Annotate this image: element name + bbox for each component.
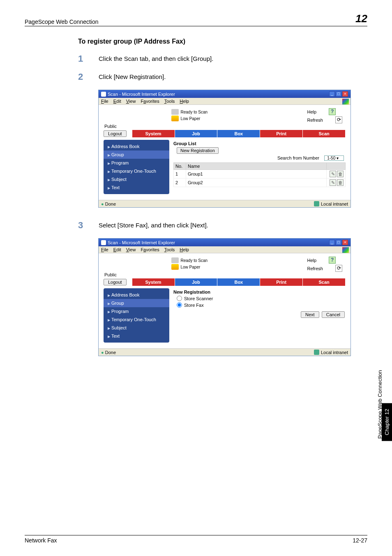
intranet-icon xyxy=(314,201,319,206)
printer-icon xyxy=(171,109,179,115)
sidebar-item-temporary-one-touch[interactable]: Temporary One-Touch xyxy=(104,167,169,175)
ie-title-text: Scan - Microsoft Internet Explorer xyxy=(108,240,175,245)
ie-icon xyxy=(101,92,106,97)
group-table: No. Name 1 Group1 ✎🗑 2 Gro xyxy=(173,162,346,187)
header-right: 12 xyxy=(355,12,367,25)
help-link[interactable]: Help xyxy=(307,258,316,263)
public-label: Public xyxy=(99,272,350,278)
step-3: 3 Select [Store Fax], and then click [Ne… xyxy=(78,220,347,231)
sidebar-item-subject[interactable]: Subject xyxy=(104,175,169,183)
public-label: Public xyxy=(99,124,350,130)
sidebar-item-program[interactable]: Program xyxy=(104,307,169,315)
sidebar-item-group[interactable]: Group xyxy=(104,151,169,159)
tab-system[interactable]: System xyxy=(132,130,175,137)
menu-tools[interactable]: Tools xyxy=(164,247,175,252)
search-range-select[interactable]: 1-50 ▾ xyxy=(324,155,344,161)
help-icon[interactable]: ? xyxy=(329,257,336,264)
menu-favorites[interactable]: Favorites xyxy=(141,247,159,252)
table-row: 1 Group1 ✎🗑 xyxy=(174,170,346,178)
refresh-icon[interactable]: ⟳ xyxy=(335,265,342,272)
minimize-button[interactable]: _ xyxy=(329,240,335,245)
tab-print[interactable]: Print xyxy=(260,278,303,286)
menu-edit[interactable]: Edit xyxy=(113,99,121,104)
status-ready: Ready to Scan xyxy=(181,258,208,263)
sidebar-item-temporary-one-touch[interactable]: Temporary One-Touch xyxy=(104,315,169,324)
sidebar-item-group[interactable]: Group xyxy=(104,299,169,307)
menu-file[interactable]: File xyxy=(101,99,108,104)
tab-system[interactable]: System xyxy=(132,278,175,286)
search-from-number-label: Search from Number xyxy=(277,155,319,160)
ie-icon xyxy=(101,240,106,245)
radio-store-fax-label: Store Fax xyxy=(184,303,204,308)
tab-print[interactable]: Print xyxy=(260,130,303,137)
new-registration-title: New Registration xyxy=(173,290,346,294)
tab-box[interactable]: Box xyxy=(217,130,260,137)
warning-icon xyxy=(171,116,179,121)
minimize-button[interactable]: _ xyxy=(329,91,335,97)
ie-status-done: Done xyxy=(105,350,116,355)
tab-scan[interactable]: Scan xyxy=(303,278,346,286)
table-row: 2 Group2 ✎🗑 xyxy=(174,178,346,187)
sidebar-item-program[interactable]: Program xyxy=(104,159,169,167)
tab-scan[interactable]: Scan xyxy=(303,130,346,137)
menu-help[interactable]: Help xyxy=(180,99,189,104)
menu-help[interactable]: Help xyxy=(180,247,189,252)
sidebar-item-addressbook[interactable]: Address Book xyxy=(104,291,169,299)
logout-button[interactable]: Logout xyxy=(104,279,127,285)
menu-view[interactable]: View xyxy=(126,99,136,104)
maximize-button[interactable]: □ xyxy=(336,240,341,245)
sidebar-item-text[interactable]: Text xyxy=(104,183,169,192)
close-button[interactable]: × xyxy=(342,240,348,245)
sidebar-item-text[interactable]: Text xyxy=(104,332,169,340)
radio-store-scanner-label: Store Scanner xyxy=(184,296,213,301)
screenshot-2: Scan - Microsoft Internet Explorer _ □ ×… xyxy=(98,238,351,356)
step-number: 1 xyxy=(78,53,99,64)
ie-intranet-label: Local intranet xyxy=(321,202,348,206)
tab-box[interactable]: Box xyxy=(217,278,260,286)
menu-tools[interactable]: Tools xyxy=(164,99,175,104)
side-chapter-tab: Chapter 12 xyxy=(382,403,392,441)
status-lowpaper: Low Paper xyxy=(181,265,201,269)
screenshot-1: Scan - Microsoft Internet Explorer _ □ ×… xyxy=(98,90,351,208)
ie-titlebar: Scan - Microsoft Internet Explorer _ □ × xyxy=(99,239,350,246)
refresh-link[interactable]: Refresh xyxy=(307,266,323,271)
ie-title-text: Scan - Microsoft Internet Explorer xyxy=(108,92,175,97)
sidebar-item-addressbook[interactable]: Address Book xyxy=(104,142,169,151)
delete-icon[interactable]: 🗑 xyxy=(337,171,344,177)
maximize-button[interactable]: □ xyxy=(336,91,341,97)
intranet-icon xyxy=(314,350,319,355)
step-text: Click [New Registration]. xyxy=(99,72,166,80)
printer-icon xyxy=(171,257,179,263)
help-icon[interactable]: ? xyxy=(329,108,336,115)
radio-store-scanner[interactable] xyxy=(177,296,182,301)
ie-logo-icon xyxy=(342,247,349,253)
delete-icon[interactable]: 🗑 xyxy=(337,179,344,186)
sidebar-item-subject[interactable]: Subject xyxy=(104,324,169,332)
new-registration-button[interactable]: New Registration xyxy=(177,147,219,154)
footer-right: 12-27 xyxy=(353,537,367,544)
cancel-button[interactable]: Cancel xyxy=(322,311,345,318)
menu-favorites[interactable]: Favorites xyxy=(141,99,159,104)
menu-view[interactable]: View xyxy=(126,247,136,252)
close-button[interactable]: × xyxy=(342,91,348,97)
refresh-icon[interactable]: ⟳ xyxy=(335,116,342,123)
col-no: No. xyxy=(174,163,186,170)
edit-icon[interactable]: ✎ xyxy=(330,171,336,177)
edit-icon[interactable]: ✎ xyxy=(330,179,336,186)
ie-logo-icon xyxy=(342,99,349,104)
status-ready: Ready to Scan xyxy=(181,110,208,114)
page-footer: Network Fax 12-27 xyxy=(25,535,367,544)
radio-store-fax[interactable] xyxy=(177,302,182,308)
help-link[interactable]: Help xyxy=(307,109,316,114)
next-button[interactable]: Next xyxy=(301,311,319,318)
logout-button[interactable]: Logout xyxy=(104,130,127,137)
refresh-link[interactable]: Refresh xyxy=(307,118,323,123)
step-1: 1 Click the Scan tab, and then click [Gr… xyxy=(78,53,347,64)
ie-menubar: File Edit View Favorites Tools Help xyxy=(99,246,350,253)
step-number: 2 xyxy=(78,72,99,82)
tab-job[interactable]: Job xyxy=(175,130,218,137)
tab-job[interactable]: Job xyxy=(175,278,218,286)
step-2: 2 Click [New Registration]. xyxy=(78,72,347,82)
menu-edit[interactable]: Edit xyxy=(113,247,121,252)
menu-file[interactable]: File xyxy=(101,247,108,252)
